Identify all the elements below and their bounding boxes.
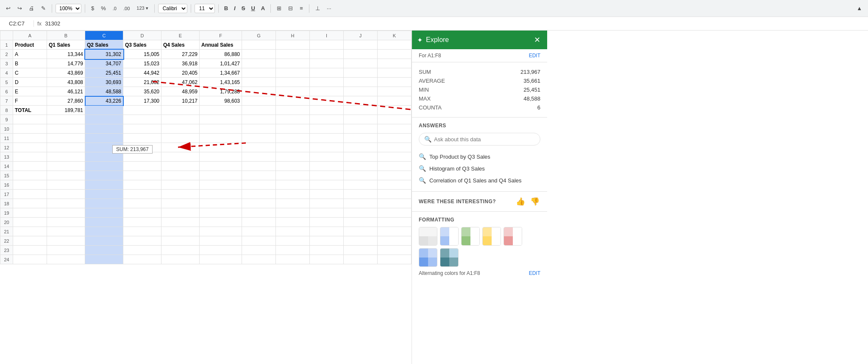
row-header-16[interactable]: 16 <box>0 180 13 190</box>
cell-E13[interactable] <box>161 152 200 162</box>
cell-G18[interactable] <box>242 199 276 208</box>
cell-D16[interactable] <box>123 180 161 190</box>
cell-A5[interactable]: D <box>13 78 47 87</box>
row-header-24[interactable]: 24 <box>0 255 13 264</box>
answer-item-1[interactable]: 🔍 Top Product by Q3 Sales <box>419 151 540 162</box>
cell-E4[interactable]: 20,405 <box>161 68 200 78</box>
cell-E24[interactable] <box>161 255 200 264</box>
explore-range-edit-button[interactable]: EDIT <box>529 53 540 59</box>
cell-C14[interactable] <box>85 162 123 171</box>
cell-E15[interactable] <box>161 171 200 180</box>
cell-I7[interactable] <box>310 96 344 106</box>
underline-button[interactable]: U <box>249 4 257 13</box>
cell-D18[interactable] <box>123 199 161 208</box>
cell-B17[interactable] <box>47 190 85 199</box>
cell-D24[interactable] <box>123 255 161 264</box>
row-header-12[interactable]: 12 <box>0 143 13 152</box>
cell-K6[interactable] <box>378 87 412 96</box>
cell-H6[interactable] <box>276 87 310 96</box>
cell-D5[interactable]: 21,602 <box>123 78 161 87</box>
cell-K10[interactable] <box>378 124 412 134</box>
color-swatch-1[interactable] <box>419 227 437 246</box>
formula-input[interactable] <box>45 20 868 27</box>
cell-J15[interactable] <box>344 171 378 180</box>
row-header-14[interactable]: 14 <box>0 162 13 171</box>
cell-A24[interactable] <box>13 255 47 264</box>
cell-B4[interactable]: 43,869 <box>47 68 85 78</box>
cell-B13[interactable] <box>47 152 85 162</box>
cell-J20[interactable] <box>344 218 378 227</box>
cell-F21[interactable] <box>200 227 242 236</box>
cell-H24[interactable] <box>276 255 310 264</box>
cell-C23[interactable] <box>85 246 123 255</box>
cell-K11[interactable] <box>378 134 412 143</box>
cell-H15[interactable] <box>276 171 310 180</box>
cell-J22[interactable] <box>344 236 378 246</box>
cell-J21[interactable] <box>344 227 378 236</box>
cell-H4[interactable] <box>276 68 310 78</box>
cell-B15[interactable] <box>47 171 85 180</box>
col-header-I[interactable]: I <box>310 31 344 40</box>
cell-B9[interactable] <box>47 115 85 124</box>
cell-I12[interactable] <box>310 143 344 152</box>
cell-C5[interactable]: 30,693 <box>85 78 123 87</box>
cell-I16[interactable] <box>310 180 344 190</box>
cell-A16[interactable] <box>13 180 47 190</box>
cell-G23[interactable] <box>242 246 276 255</box>
cell-F24[interactable] <box>200 255 242 264</box>
cell-C9[interactable] <box>85 115 123 124</box>
cell-A18[interactable] <box>13 199 47 208</box>
cell-B18[interactable] <box>47 199 85 208</box>
cell-G5[interactable] <box>242 78 276 87</box>
cell-G2[interactable] <box>242 50 276 59</box>
row-header-2[interactable]: 2 <box>0 50 13 59</box>
cell-E14[interactable] <box>161 162 200 171</box>
alt-edit-button[interactable]: EDIT <box>529 270 540 276</box>
cell-H18[interactable] <box>276 199 310 208</box>
cell-C13[interactable] <box>85 152 123 162</box>
cell-G15[interactable] <box>242 171 276 180</box>
cell-I9[interactable] <box>310 115 344 124</box>
cell-K20[interactable] <box>378 218 412 227</box>
cell-K2[interactable] <box>378 50 412 59</box>
cell-G6[interactable] <box>242 87 276 96</box>
cell-K5[interactable] <box>378 78 412 87</box>
cell-D23[interactable] <box>123 246 161 255</box>
cell-J7[interactable] <box>344 96 378 106</box>
cell-D17[interactable] <box>123 190 161 199</box>
row-header-10[interactable]: 10 <box>0 124 13 134</box>
cell-C6[interactable]: 48,588 <box>85 87 123 96</box>
fill-color-button[interactable]: A <box>259 4 267 13</box>
cell-D13[interactable] <box>123 152 161 162</box>
col-header-B[interactable]: B <box>47 31 85 40</box>
row-header-19[interactable]: 19 <box>0 208 13 218</box>
cell-E17[interactable] <box>161 190 200 199</box>
cell-F20[interactable] <box>200 218 242 227</box>
cell-H2[interactable] <box>276 50 310 59</box>
undo-button[interactable]: ↩ <box>3 3 13 13</box>
cell-D3[interactable]: 15,023 <box>123 59 161 68</box>
cell-G11[interactable] <box>242 134 276 143</box>
cell-J9[interactable] <box>344 115 378 124</box>
cell-K19[interactable] <box>378 208 412 218</box>
cell-E12[interactable] <box>161 143 200 152</box>
cell-C15[interactable] <box>85 171 123 180</box>
cell-F3[interactable]: 1,01,427 <box>200 59 242 68</box>
cell-H3[interactable] <box>276 59 310 68</box>
row-header-5[interactable]: 5 <box>0 78 13 87</box>
cell-I14[interactable] <box>310 162 344 171</box>
cell-G17[interactable] <box>242 190 276 199</box>
cell-G4[interactable] <box>242 68 276 78</box>
wrap-button[interactable]: ≡ <box>297 3 306 13</box>
col-header-A[interactable]: A <box>13 31 47 40</box>
cell-C17[interactable] <box>85 190 123 199</box>
answer-item-3[interactable]: 🔍 Correlation of Q1 Sales and Q4 Sales <box>419 174 540 186</box>
cell-A3[interactable]: B <box>13 59 47 68</box>
cell-D14[interactable] <box>123 162 161 171</box>
cell-I4[interactable] <box>310 68 344 78</box>
cell-A17[interactable] <box>13 190 47 199</box>
cell-G14[interactable] <box>242 162 276 171</box>
cell-I3[interactable] <box>310 59 344 68</box>
col-header-J[interactable]: J <box>344 31 378 40</box>
cell-F8[interactable] <box>200 106 242 115</box>
